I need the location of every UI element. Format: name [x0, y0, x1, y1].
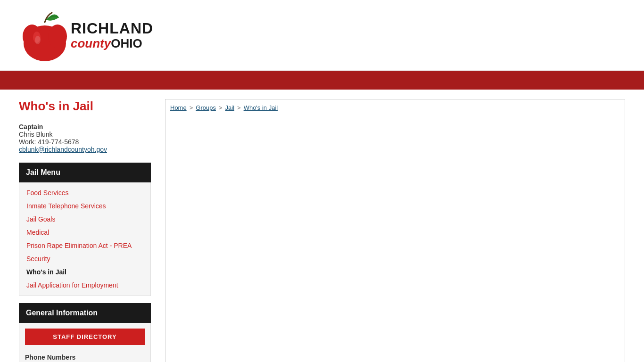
breadcrumb-sep-3: >	[237, 104, 241, 111]
breadcrumb-groups[interactable]: Groups	[196, 104, 216, 111]
jail-menu: Jail Menu Food Services Inmate Telephone…	[19, 163, 151, 296]
navigation-bar	[0, 71, 644, 90]
general-info-header: General Information	[19, 303, 151, 323]
menu-item-telephone[interactable]: Inmate Telephone Services	[19, 199, 150, 213]
contact-email[interactable]: cblunk@richlandcountyoh.gov	[19, 146, 107, 153]
logo-text: RICHLAND countyOHIO	[71, 20, 153, 50]
menu-item-jail-goals[interactable]: Jail Goals	[19, 213, 150, 226]
menu-item-employment[interactable]: Jail Application for Employment	[19, 279, 150, 292]
breadcrumb-sep-1: >	[190, 104, 193, 111]
general-info-section: General Information STAFF DIRECTORY Phon…	[19, 303, 151, 362]
staff-directory-button[interactable]: STAFF DIRECTORY	[25, 329, 145, 345]
contact-role: Captain	[19, 123, 151, 131]
breadcrumb-jail[interactable]: Jail	[225, 104, 235, 111]
logo-richland: RICHLAND	[71, 20, 153, 37]
svg-point-2	[48, 25, 67, 48]
logo-container[interactable]: RICHLAND countyOHIO	[19, 8, 153, 62]
menu-item-security[interactable]: Security	[19, 252, 150, 265]
contact-work: Work: 419-774-5678	[19, 138, 151, 146]
main-wrapper: Who's in Jail Captain Chris Blunk Work: …	[0, 90, 644, 362]
logo-county: county	[71, 36, 111, 50]
breadcrumb-current[interactable]: Who's in Jail	[244, 104, 278, 111]
jail-menu-header: Jail Menu	[19, 163, 151, 182]
svg-point-4	[35, 36, 41, 44]
sidebar: Who's in Jail Captain Chris Blunk Work: …	[19, 99, 151, 362]
logo-ohio: OHIO	[111, 36, 142, 50]
contact-name: Chris Blunk	[19, 131, 151, 138]
breadcrumb-sep-2: >	[219, 104, 223, 111]
page-title: Who's in Jail	[19, 99, 151, 114]
breadcrumb-home[interactable]: Home	[170, 104, 187, 111]
content-area: Home > Groups > Jail > Who's in Jail	[165, 99, 625, 362]
site-header: RICHLAND countyOHIO	[0, 0, 644, 71]
logo-icon	[19, 8, 71, 62]
menu-item-prea[interactable]: Prison Rape Elimination Act - PREA	[19, 239, 150, 252]
menu-item-whos-in-jail[interactable]: Who's in Jail	[19, 265, 150, 279]
breadcrumb: Home > Groups > Jail > Who's in Jail	[165, 99, 625, 118]
phone-numbers-label: Phone Numbers	[25, 354, 145, 362]
contact-section: Captain Chris Blunk Work: 419-774-5678 c…	[19, 123, 151, 153]
menu-item-medical[interactable]: Medical	[19, 226, 150, 239]
menu-item-food-services[interactable]: Food Services	[19, 186, 150, 199]
jail-menu-body: Food Services Inmate Telephone Services …	[19, 182, 151, 296]
general-info-body: STAFF DIRECTORY Phone Numbers	[19, 323, 151, 362]
